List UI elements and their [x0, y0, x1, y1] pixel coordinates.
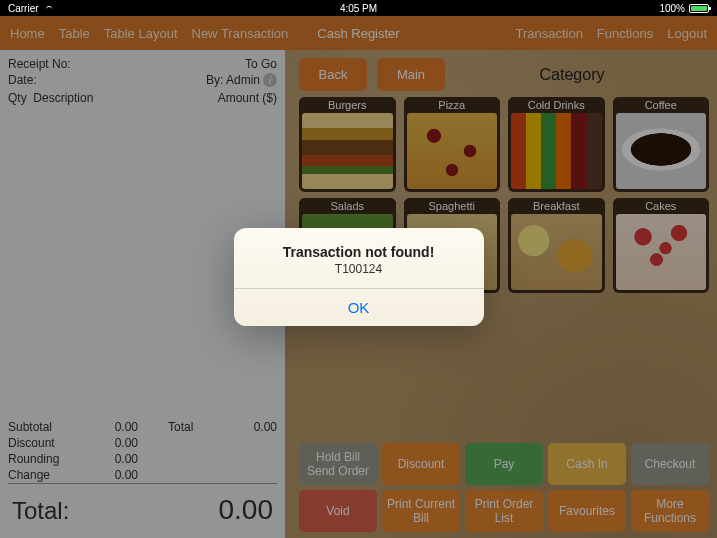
battery-icon [689, 4, 709, 13]
clock: 4:05 PM [340, 3, 377, 14]
status-bar: Carrier 4:05 PM 100% [0, 0, 717, 16]
alert-dialog: Transaction not found! T100124 OK [234, 228, 484, 326]
carrier-label: Carrier [8, 3, 39, 14]
alert-subtitle: T100124 [246, 262, 472, 276]
battery-pct: 100% [659, 3, 685, 14]
alert-title: Transaction not found! [246, 244, 472, 260]
modal-overlay[interactable]: Transaction not found! T100124 OK [0, 16, 717, 538]
alert-ok-button[interactable]: OK [234, 289, 484, 326]
wifi-icon [43, 4, 55, 13]
